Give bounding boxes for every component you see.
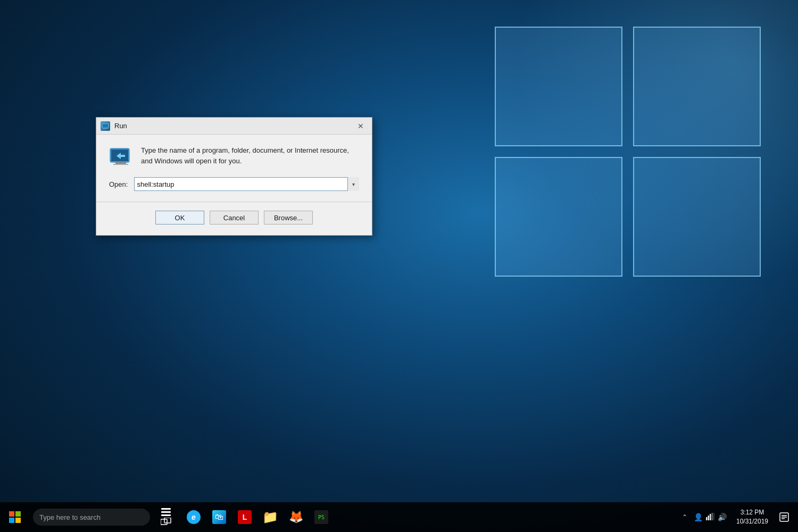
taskbar-app-ie[interactable]: e	[181, 502, 206, 532]
taskbar-app-explorer[interactable]: 📁	[257, 502, 283, 532]
tray-clock[interactable]: 3:12 PM 10/31/2019	[731, 508, 774, 526]
run-ok-button[interactable]: OK	[155, 211, 204, 225]
start-menu-icon	[9, 511, 21, 523]
win-pane-tl	[495, 27, 622, 146]
svg-rect-9	[706, 517, 708, 520]
start-icon-cell-4	[15, 518, 21, 523]
svg-rect-5	[115, 162, 126, 164]
svg-rect-6	[113, 164, 128, 165]
taskbar: Type here to search e 🛍	[0, 502, 798, 532]
search-placeholder: Type here to search	[39, 513, 101, 521]
win-pane-br	[633, 157, 761, 277]
search-bar[interactable]: Type here to search	[33, 509, 150, 526]
run-dropdown-button[interactable]: ▾	[347, 177, 359, 191]
ie-icon: e	[187, 510, 201, 524]
run-form: Open: ▾	[109, 177, 359, 191]
taskbar-tray: ⌃ 👤 🔊	[680, 502, 798, 532]
taskbar-app-terminal[interactable]: PS	[309, 502, 334, 532]
tray-user-icon[interactable]: 👤	[694, 513, 703, 521]
store-icon: 🛍	[212, 510, 226, 524]
run-input-wrapper: ▾	[134, 177, 359, 191]
run-dialog-title: Run	[114, 122, 354, 130]
action-center-button[interactable]	[774, 502, 795, 532]
start-icon-cell-2	[15, 511, 21, 517]
tray-time: 3:12 PM	[741, 508, 764, 517]
tray-icons: 👤 🔊	[689, 513, 731, 522]
start-icon-cell-1	[9, 511, 14, 517]
run-body: Type the name of a program, folder, docu…	[96, 135, 372, 235]
desktop: Run ✕ Type the name of a program, fold	[0, 0, 798, 532]
notification-icon	[779, 512, 789, 522]
svg-rect-2	[103, 128, 107, 129]
lasso-icon: L	[238, 510, 252, 524]
taskview-line-2	[161, 511, 171, 513]
taskview-icon	[161, 508, 171, 526]
taskview-svg	[161, 518, 171, 526]
svg-rect-13	[713, 513, 715, 520]
start-icon-cell-3	[9, 518, 14, 523]
tray-date: 10/31/2019	[736, 517, 768, 526]
taskbar-app-store[interactable]: 🛍	[206, 502, 232, 532]
win-pane-tr	[633, 27, 761, 146]
run-command-input[interactable]	[134, 177, 359, 191]
file-explorer-icon: 📁	[262, 510, 278, 525]
taskview-line-1	[161, 508, 171, 510]
run-cancel-button[interactable]: Cancel	[210, 211, 259, 225]
run-separator	[96, 202, 372, 202]
svg-rect-11	[710, 514, 711, 520]
run-header-icon	[109, 145, 132, 169]
start-button[interactable]	[0, 502, 30, 532]
run-description-text: Type the name of a program, folder, docu…	[141, 145, 359, 166]
windows-logo	[495, 27, 771, 287]
run-buttons: OK Cancel Browse...	[109, 211, 359, 225]
run-titlebar: Run ✕	[96, 118, 372, 135]
tray-network-icon[interactable]	[706, 513, 714, 522]
svg-rect-12	[712, 513, 713, 520]
firefox-icon: 🦊	[289, 510, 303, 524]
terminal-icon: PS	[314, 510, 328, 524]
taskbar-apps: e 🛍 L 📁 🦊 PS	[181, 502, 334, 532]
svg-rect-1	[103, 124, 108, 128]
win-pane-bl	[495, 157, 622, 277]
taskbar-app-lasso[interactable]: L	[232, 502, 257, 532]
run-open-label: Open:	[109, 180, 128, 188]
svg-rect-7	[161, 519, 167, 525]
taskbar-app-firefox[interactable]: 🦊	[283, 502, 309, 532]
tray-volume-icon[interactable]: 🔊	[718, 513, 727, 521]
taskview-button[interactable]	[153, 502, 179, 532]
svg-rect-10	[708, 516, 710, 520]
run-dialog: Run ✕ Type the name of a program, fold	[96, 117, 372, 236]
svg-rect-8	[164, 518, 171, 523]
tray-overflow-button[interactable]: ⌃	[680, 513, 689, 521]
run-browse-button[interactable]: Browse...	[264, 211, 313, 225]
run-header: Type the name of a program, folder, docu…	[109, 145, 359, 169]
run-title-icon	[101, 121, 110, 131]
taskview-line-3	[161, 514, 171, 516]
run-close-button[interactable]: ✕	[354, 121, 368, 131]
